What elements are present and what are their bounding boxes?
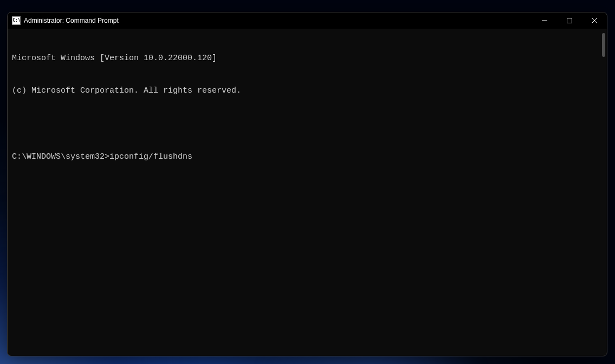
copyright-line: (c) Microsoft Corporation. All rights re…	[12, 86, 603, 96]
cmd-icon: C:\	[12, 16, 21, 25]
scrollbar-thumb[interactable]	[602, 33, 605, 57]
prompt-path: C:\WINDOWS\system32>	[12, 152, 109, 161]
close-icon	[592, 18, 597, 23]
titlebar-left: C:\ Administrator: Command Prompt	[12, 16, 119, 25]
maximize-icon	[567, 18, 572, 23]
entered-command: ipconfig/flushdns	[109, 152, 192, 161]
terminal-output[interactable]: Microsoft Windows [Version 10.0.22000.12…	[8, 29, 607, 356]
command-prompt-window: C:\ Administrator: Command Prompt	[7, 12, 607, 356]
svg-rect-1	[567, 18, 572, 23]
blank-line	[12, 119, 603, 129]
version-line: Microsoft Windows [Version 10.0.22000.12…	[12, 53, 603, 64]
minimize-icon	[542, 18, 547, 23]
window-title: Administrator: Command Prompt	[24, 17, 119, 24]
titlebar-controls	[532, 12, 607, 29]
close-button[interactable]	[582, 12, 607, 29]
titlebar[interactable]: C:\ Administrator: Command Prompt	[8, 12, 607, 29]
minimize-button[interactable]	[532, 12, 557, 29]
maximize-button[interactable]	[557, 12, 582, 29]
prompt-line: C:\WINDOWS\system32>ipconfig/flushdns	[12, 152, 603, 162]
